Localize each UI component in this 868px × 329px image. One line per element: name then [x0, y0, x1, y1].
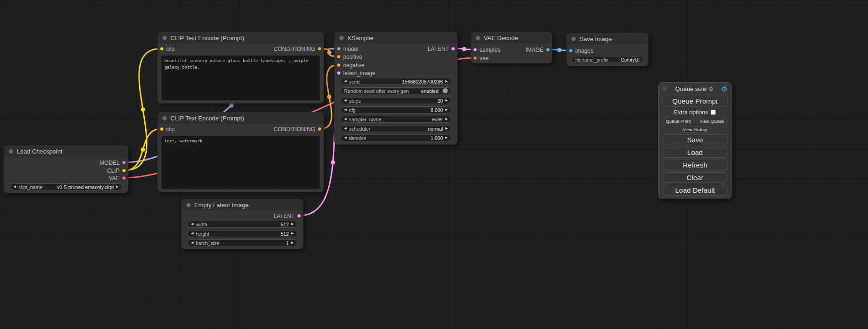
clip-output-port[interactable] — [122, 168, 126, 173]
increment-icon[interactable]: ▶ — [291, 223, 294, 226]
node-title-bar[interactable]: CLIP Text Encode (Prompt) — [158, 112, 324, 124]
images-input-port[interactable] — [569, 49, 573, 53]
model-output-port[interactable] — [122, 161, 126, 165]
node-title-bar[interactable]: KSampler — [335, 32, 457, 43]
latent-output-port[interactable] — [297, 214, 301, 218]
increment-icon[interactable]: ▶ — [291, 241, 294, 245]
toggle-dot-icon[interactable] — [443, 88, 448, 93]
height-widget[interactable]: ◀ height 512 ▶ — [187, 230, 297, 237]
wire-midpoint-dot — [229, 104, 233, 108]
input-slot-model: model — [343, 46, 359, 52]
widget-value: ComfyUI — [621, 57, 640, 63]
decrement-icon[interactable]: ◀ — [191, 241, 193, 245]
output-slot-latent: LATENT — [428, 46, 449, 52]
view-history-button[interactable]: View History — [679, 126, 711, 133]
node-title-bar[interactable]: CLIP Text Encode (Prompt) — [158, 32, 324, 43]
node-collapse-dot[interactable] — [162, 36, 167, 40]
prompt-textarea[interactable]: beautiful scenery nature glass bottle la… — [162, 56, 320, 100]
node-save-image[interactable]: Save Image images filename_prefix ComfyU… — [566, 33, 649, 66]
decrement-icon[interactable]: ◀ — [14, 185, 16, 189]
denoise-widget[interactable]: ◀ denoise 1.000 ▶ — [340, 134, 452, 141]
node-graph-canvas[interactable]: Load Checkpoint MODEL CLIP VAE ◀ ckpt_na… — [0, 0, 868, 329]
width-widget[interactable]: ◀ width 512 ▶ — [187, 221, 297, 228]
positive-input-port[interactable] — [337, 55, 341, 59]
widget-value: 512 — [281, 231, 289, 237]
vae-output-port[interactable] — [122, 176, 126, 180]
node-title-bar[interactable]: Empty Latent Image — [182, 199, 303, 210]
image-output-port[interactable] — [546, 48, 550, 52]
node-collapse-dot[interactable] — [339, 36, 344, 40]
node-vae-decode[interactable]: VAE Decode samples vae IMAGE — [471, 32, 552, 63]
cfg-widget[interactable]: ◀ cfg 8.000 ▶ — [340, 106, 452, 113]
queue-front-button[interactable]: Queue Front — [663, 118, 694, 124]
node-title-bar[interactable]: VAE Decode — [471, 32, 552, 43]
sampler-name-widget[interactable]: ◀ sampler_name euler ▶ — [340, 116, 452, 123]
negative-input-port[interactable] — [337, 63, 341, 67]
node-collapse-dot[interactable] — [186, 203, 191, 207]
increment-icon[interactable]: ▶ — [445, 118, 448, 121]
increment-icon[interactable]: ▶ — [445, 127, 448, 130]
increment-icon[interactable]: ▶ — [445, 136, 448, 140]
decrement-icon[interactable]: ◀ — [344, 108, 346, 112]
decrement-icon[interactable]: ◀ — [191, 223, 193, 226]
latent-output-port[interactable] — [451, 47, 455, 51]
node-title: Empty Latent Image — [194, 202, 248, 209]
filename-prefix-widget[interactable]: filename_prefix ComfyUI — [572, 56, 643, 63]
queue-prompt-button[interactable]: Queue Prompt — [663, 95, 727, 107]
wire-midpoint-dot — [462, 47, 466, 51]
input-slot-negative: negative — [343, 62, 364, 69]
increment-icon[interactable]: ▶ — [445, 80, 448, 83]
increment-icon[interactable]: ▶ — [445, 108, 448, 112]
output-slot-clip: CLIP — [107, 168, 120, 174]
clip-input-port[interactable] — [160, 127, 164, 131]
extra-options-checkbox[interactable] — [711, 110, 716, 115]
node-title: CLIP Text Encode (Prompt) — [170, 115, 244, 122]
widget-label: steps — [349, 98, 360, 104]
decrement-icon[interactable]: ◀ — [344, 80, 346, 83]
node-collapse-dot[interactable] — [162, 116, 167, 120]
decrement-icon[interactable]: ◀ — [191, 232, 193, 235]
decrement-icon[interactable]: ◀ — [344, 118, 346, 121]
conditioning-output-port[interactable] — [318, 127, 322, 131]
node-title-bar[interactable]: Save Image — [567, 33, 648, 44]
node-clip-text-encode-negative[interactable]: CLIP Text Encode (Prompt) clip CONDITION… — [157, 112, 324, 192]
node-title-bar[interactable]: Load Checkpoint — [4, 146, 128, 157]
widget-label: seed — [349, 79, 360, 84]
latent-image-input-port[interactable] — [337, 71, 341, 75]
model-input-port[interactable] — [337, 47, 341, 51]
settings-gear-icon[interactable]: ⚙ — [721, 85, 727, 93]
random-seed-toggle-widget[interactable]: Random seed after every gen enabled — [340, 87, 452, 94]
wire-midpoint-dot — [327, 95, 332, 99]
node-collapse-dot[interactable] — [9, 149, 13, 154]
increment-icon[interactable]: ▶ — [291, 232, 294, 235]
steps-widget[interactable]: ◀ steps 20 ▶ — [340, 97, 452, 104]
increment-icon[interactable]: ▶ — [116, 185, 119, 189]
refresh-button[interactable]: Refresh — [663, 160, 727, 170]
node-collapse-dot[interactable] — [476, 36, 480, 40]
scheduler-widget[interactable]: ◀ scheduler normal ▶ — [340, 125, 452, 132]
clip-input-port[interactable] — [160, 47, 164, 51]
view-queue-button[interactable]: View Queue — [696, 118, 728, 124]
vae-input-port[interactable] — [473, 56, 477, 60]
clear-button[interactable]: Clear — [663, 172, 727, 183]
node-title: VAE Decode — [484, 35, 518, 42]
node-collapse-dot[interactable] — [572, 37, 576, 41]
save-button[interactable]: Save — [663, 134, 727, 145]
node-load-checkpoint[interactable]: Load Checkpoint MODEL CLIP VAE ◀ ckpt_na… — [4, 145, 128, 193]
batch-size-widget[interactable]: ◀ batch_size 1 ▶ — [187, 239, 297, 246]
conditioning-output-port[interactable] — [318, 47, 322, 51]
prompt-textarea[interactable]: text, watermark — [162, 136, 320, 189]
load-default-button[interactable]: Load Default — [663, 185, 727, 196]
ckpt-name-widget[interactable]: ◀ ckpt_name v1-5-pruned-emaonly.ckpt ▶ — [10, 183, 122, 190]
decrement-icon[interactable]: ◀ — [344, 136, 346, 140]
increment-icon[interactable]: ▶ — [445, 99, 448, 102]
decrement-icon[interactable]: ◀ — [344, 99, 346, 102]
seed-widget[interactable]: ◀ seed 156680208700286 ▶ — [340, 78, 452, 85]
node-ksampler[interactable]: KSampler model positive negative latent_… — [334, 32, 458, 145]
node-empty-latent-image[interactable]: Empty Latent Image LATENT ◀ width 512 ▶ … — [181, 199, 303, 249]
decrement-icon[interactable]: ◀ — [344, 127, 346, 130]
drag-handle-icon[interactable]: ⠿ — [663, 86, 667, 92]
samples-input-port[interactable] — [473, 48, 477, 52]
load-button[interactable]: Load — [663, 147, 727, 158]
node-clip-text-encode-positive[interactable]: CLIP Text Encode (Prompt) clip CONDITION… — [157, 32, 324, 104]
